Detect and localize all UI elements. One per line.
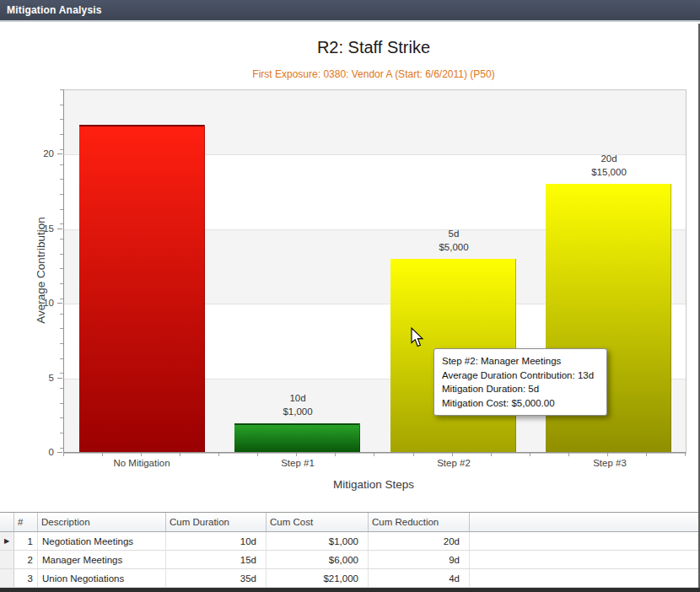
header-num[interactable]: #: [14, 513, 38, 531]
annotation-duration: 10d: [234, 391, 361, 405]
x-category-label: Step #1: [230, 458, 365, 468]
row-selector[interactable]: [0, 551, 14, 568]
x-category-label: Step #2: [386, 458, 521, 468]
y-tick-label: 15: [34, 222, 54, 235]
x-minor-ticks: [63, 453, 686, 456]
bar-annotation-step-3: 20d $15,000: [546, 152, 672, 179]
table-row[interactable]: 2 Manager Meetings 15d $6,000 9d: [0, 551, 698, 569]
cell-cum-reduction: 4d: [369, 569, 470, 587]
bar-annotation-step-1: 10d $1,000: [234, 391, 361, 418]
header-description[interactable]: Description: [38, 513, 166, 531]
table-row[interactable]: ▶ 1 Negotiation Meetings 10d $1,000 20d: [0, 532, 698, 551]
mitigation-analysis-window: Mitigation Analysis R2: Staff Strike Fir…: [0, 0, 700, 592]
bar-no-mitigation[interactable]: [79, 125, 205, 453]
header-row-selector[interactable]: [0, 513, 14, 531]
header-cum-cost[interactable]: Cum Cost: [267, 513, 369, 531]
mouse-cursor-icon: [411, 327, 425, 348]
table-row[interactable]: 3 Union Negotiations 35d $21,000 4d: [0, 569, 698, 588]
chart-title: R2: Staff Strike: [0, 38, 700, 57]
cell-description: Manager Meetings: [38, 551, 166, 568]
tooltip-line: Step #2: Manager Meetings: [442, 354, 599, 369]
tooltip-line: Mitigation Duration: 5d: [442, 382, 599, 396]
cell-cum-reduction: 9d: [369, 551, 470, 568]
annotation-cost: $1,000: [234, 405, 361, 418]
header-cum-reduction[interactable]: Cum Reduction: [369, 513, 470, 531]
x-category-label: No Mitigation: [74, 458, 209, 468]
header-cum-duration[interactable]: Cum Duration: [166, 513, 267, 531]
y-tick-label: 0: [34, 445, 54, 459]
table-header-row: # Description Cum Duration Cum Cost Cum …: [0, 513, 698, 532]
cell-cum-cost: $21,000: [267, 569, 369, 587]
y-axis-line: [63, 89, 64, 453]
cell-num: 1: [14, 532, 38, 550]
chart-tooltip: Step #2: Manager Meetings Average Durati…: [433, 348, 607, 416]
window-title: Mitigation Analysis: [0, 4, 102, 16]
cell-num: 3: [14, 569, 38, 587]
cell-cum-reduction: 20d: [369, 532, 470, 550]
header-filler: [470, 513, 698, 531]
y-tick-label: 5: [34, 371, 54, 385]
cell-description: Negotiation Meetings: [38, 532, 166, 550]
tooltip-line: Average Duration Contribution: 13d: [442, 369, 599, 383]
y-major-tick: [57, 452, 62, 453]
cell-filler: [470, 532, 698, 550]
y-axis: 20 15 10 5 0: [34, 89, 62, 453]
x-category-label: Step #3: [542, 458, 677, 468]
cell-filler: [470, 551, 698, 568]
cell-num: 2: [14, 551, 38, 568]
cell-cum-cost: $6,000: [267, 551, 369, 568]
annotation-cost: $5,000: [390, 240, 517, 254]
tooltip-line: Mitigation Cost: $5,000.00: [442, 396, 599, 411]
annotation-cost: $15,000: [546, 165, 672, 179]
chart-subtitle: First Exposure: 0380: Vendor A (Start: 6…: [0, 68, 700, 80]
cell-cum-duration: 10d: [166, 532, 267, 550]
row-selector-indicator[interactable]: ▶: [0, 532, 14, 550]
cell-cum-duration: 15d: [166, 551, 267, 568]
bar-annotation-step-2: 5d $5,000: [390, 227, 517, 254]
cell-cum-duration: 35d: [166, 569, 267, 587]
y-tick-label: 10: [34, 296, 54, 309]
cell-filler: [470, 569, 698, 587]
bar-step-1[interactable]: [234, 423, 360, 453]
window-bottom-edge: [0, 588, 700, 592]
x-axis-title: Mitigation Steps: [0, 478, 700, 491]
mitigation-steps-table: # Description Cum Duration Cum Cost Cum …: [0, 512, 698, 588]
cell-cum-cost: $1,000: [267, 532, 369, 550]
y-tick-label: 20: [34, 147, 54, 160]
annotation-duration: 20d: [546, 152, 672, 165]
annotation-duration: 5d: [390, 227, 517, 240]
cell-description: Union Negotiations: [38, 569, 166, 587]
row-selector[interactable]: [0, 569, 14, 587]
window-titlebar[interactable]: Mitigation Analysis: [0, 0, 700, 22]
